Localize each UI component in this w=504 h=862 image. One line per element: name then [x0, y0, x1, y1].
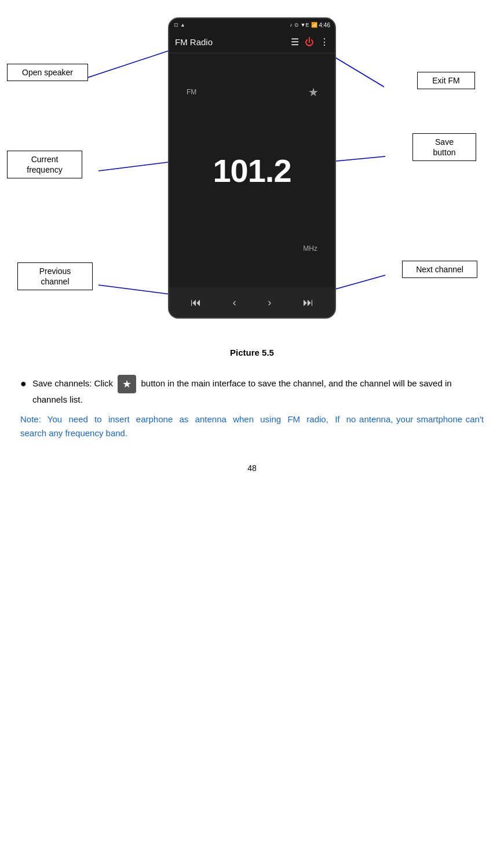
bullet-item-save: ● Save channels: Click ★ button in the m… [20, 375, 484, 407]
picture-caption: Picture 5.5 [230, 348, 274, 357]
phone-mockup: ⊡ ▲ ♪ ⊙ ▼E 📶 4:46 FM Radio ☰ ⏻ ⋮ [168, 17, 336, 319]
next-channel-label: Next channel [402, 261, 477, 278]
fm-label: FM [187, 88, 196, 96]
star-button-icon: ★ [118, 375, 136, 393]
next-button[interactable]: › [268, 297, 271, 309]
skip-forward-button[interactable]: ⏭ [303, 297, 313, 309]
power-icon[interactable]: ⏻ [305, 37, 314, 48]
bullet-text-save: Save channels: Click ★ button in the mai… [32, 375, 484, 407]
content-section: ● Save channels: Click ★ button in the m… [14, 375, 490, 440]
status-bar: ⊡ ▲ ♪ ⊙ ▼E 📶 4:46 [169, 19, 335, 31]
svg-line-2 [98, 162, 168, 171]
previous-channel-label: Previouschannel [17, 262, 93, 290]
prev-button[interactable]: ‹ [233, 297, 236, 309]
svg-line-0 [86, 51, 168, 78]
title-bar: FM Radio ☰ ⏻ ⋮ [169, 31, 335, 53]
bullet-dot: ● [20, 376, 27, 392]
app-title: FM Radio [175, 37, 291, 47]
current-frequency-label: Currentfrequency [7, 151, 82, 178]
diagram-area: Open speaker Exit FM Currentfrequency Sa… [0, 12, 504, 342]
controls-bar: ⏮ ‹ › ⏭ [169, 287, 335, 317]
fm-display: FM ★ 101.2 MHz [169, 53, 335, 287]
fm-unit: MHz [303, 244, 317, 253]
status-left-icons: ⊡ ▲ [174, 22, 185, 28]
save-text-before: Save channels: Click [32, 378, 113, 388]
skip-back-button[interactable]: ⏮ [191, 297, 201, 309]
fm-star-icon[interactable]: ★ [308, 85, 319, 99]
save-button-label: Savebutton [412, 133, 476, 161]
status-right-icons: ♪ ⊙ ▼E 📶 4:46 [290, 22, 330, 28]
page: Open speaker Exit FM Currentfrequency Sa… [0, 0, 504, 862]
list-icon[interactable]: ☰ [291, 36, 299, 48]
more-icon[interactable]: ⋮ [320, 36, 329, 48]
exit-fm-label: Exit FM [417, 72, 475, 89]
open-speaker-label: Open speaker [7, 64, 88, 81]
page-number: 48 [247, 463, 257, 473]
title-icons: ☰ ⏻ ⋮ [291, 36, 329, 48]
fm-frequency: 101.2 [213, 152, 291, 189]
svg-line-4 [98, 285, 180, 295]
note-text: Note: You need to insert earphone as ant… [20, 412, 484, 440]
